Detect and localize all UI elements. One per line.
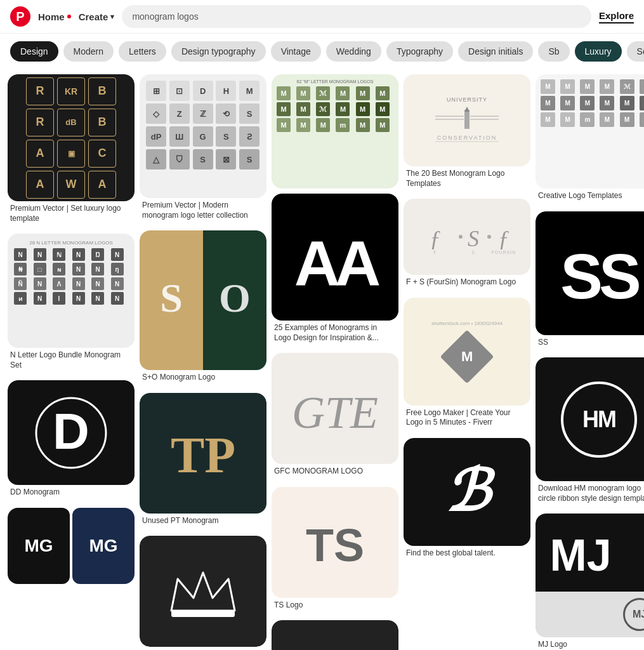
svg-rect-14 [464, 110, 470, 129]
filter-chip-sc[interactable]: Sc [627, 41, 644, 62]
home-label: Home [38, 11, 65, 22]
creative-cell: M [560, 79, 575, 94]
n-variant: ŋ [111, 263, 124, 275]
n-variant: ɴ [53, 263, 65, 275]
pin-creative-logo[interactable]: M M M M ℳ M M M M M M M M M m M M [536, 74, 644, 206]
pin-ss-monogram[interactable]: SS SS [536, 211, 644, 353]
fiverr-source: shutterstock.com • 1830024944 [431, 321, 503, 326]
so-dark-panel: O [203, 230, 266, 370]
pin-pt-monogram[interactable]: TP Unused PT Monogram [140, 393, 266, 531]
creative-cell: m [580, 112, 595, 127]
n-variant: N [91, 292, 104, 305]
pin-fiverr[interactable]: shutterstock.com • 1830024944 M Free Log… [404, 298, 530, 433]
letter-cell: Ш [169, 126, 190, 147]
pin-fs-title: F + S (FourSin) Monogram Logo [404, 275, 530, 293]
search-input[interactable] [122, 5, 591, 28]
home-nav[interactable]: Home [38, 11, 71, 22]
filter-chip-sb[interactable]: Sb [538, 41, 569, 62]
pin-modern-monogram[interactable]: ⊞ ⊡ D H M ◇ Z ℤ ⟲ S dP Ш G S Ƨ △ ⛉ [140, 74, 266, 225]
m-cell: M [336, 102, 350, 116]
pin-fs-monogram[interactable]: ƒ S ƒ F S FOURSIN F + S (FourSin) Monogr… [404, 199, 530, 293]
creative-cell: M [600, 96, 614, 110]
column-5: M M M M ℳ M M M M M M M M M m M M [536, 74, 644, 650]
pin-b-title: Find the best global talent. [404, 546, 530, 564]
pin-so-monogram[interactable]: S O S+O Monogram Logo [140, 230, 266, 388]
letter-cell: G [193, 126, 213, 147]
filter-chip-letters[interactable]: Letters [119, 41, 166, 62]
svg-point-21 [487, 235, 491, 239]
m-cell: M [376, 118, 390, 132]
mj-circle-badge: MJ [623, 598, 644, 631]
letter-cell: S [239, 149, 260, 169]
m-letter-grid: M M ℳ M M M M M ℳ M M M M M M m M [277, 86, 393, 132]
hm-monogram-image: HM [536, 357, 644, 481]
mg-navy-bg: MG [72, 508, 135, 584]
explore-link[interactable]: Explore [599, 10, 634, 23]
fs-monogram-image: ƒ S ƒ F S FOURSIN [404, 199, 530, 275]
pin-dd-monogram[interactable]: D DD Monogram [8, 380, 135, 503]
letter-cell: ⟲ [216, 103, 236, 124]
filter-chip-vintage[interactable]: Vintage [271, 41, 321, 62]
creative-cell: M [600, 112, 614, 127]
mj-letter-svg: MJ [546, 527, 615, 578]
bottom-col3-svg: R [303, 646, 367, 650]
creative-cell: M [640, 112, 644, 127]
luxury-letter-rb: B [88, 77, 116, 105]
create-nav[interactable]: Create ▾ [79, 11, 115, 22]
filter-chip-design-initials[interactable]: Design initials [458, 41, 533, 62]
pin-luxury-logo-set[interactable]: R KR B R dB B A ▣ C A W A Premium Vector… [8, 74, 135, 229]
pin-gfc-monogram[interactable]: GTE GFC MONOGRAM LOGO [272, 353, 398, 482]
svg-text:CONSERVATION: CONSERVATION [437, 135, 497, 141]
pin-hm-title: Download HM monogram logo circle ribbon … [536, 481, 644, 508]
pin-bottom-col3[interactable]: R [272, 620, 398, 650]
filter-chip-modern[interactable]: Modern [63, 41, 114, 62]
university-subtitle: UNIVERSITY [447, 96, 487, 103]
creative-cell: M [620, 96, 634, 110]
pin-n-bundle-title: N Letter Logo Bundle Monogram Set [8, 348, 135, 375]
luxury-letter-sq: ▣ [57, 140, 85, 168]
letter-cell: ⛉ [169, 149, 190, 169]
b-logo-image: ℬ [404, 438, 530, 546]
header: P Home Create ▾ Explore [0, 0, 644, 34]
pin-university-monogram[interactable]: UNIVERSITY CONSERVATION The 20 Best Mono… [404, 74, 530, 194]
pin-mj-logo[interactable]: MJ MJ MJ Logo [536, 514, 644, 650]
pin-m-letter-logos[interactable]: 62 "M" LETTER MONOGRAM LOGOS M M ℳ M M M… [272, 74, 398, 189]
pin-ts-logo[interactable]: TS TS Logo [272, 487, 398, 616]
m-cell: M [376, 102, 390, 116]
pinterest-logo[interactable]: P [10, 6, 30, 27]
svg-text:GTE: GTE [292, 387, 378, 438]
m-cell: M [376, 86, 390, 100]
n-variant: N [34, 292, 46, 305]
creative-cell: M [580, 79, 595, 94]
creative-cell: M [600, 79, 614, 94]
dd-monogram-image: D [8, 380, 135, 485]
pin-fiverr-title: Free Logo Maker | Create Your Logo in 5 … [404, 406, 530, 433]
mg-letter-dark: MG [24, 536, 53, 556]
pin-b-logo[interactable]: ℬ Find the best global talent. [404, 438, 530, 564]
fiverr-logo-shape: M [442, 331, 492, 382]
letter-cell: M [239, 81, 260, 101]
pin-n-letter-bundle[interactable]: 28 N LETTER MONOGRAM LOGOS N N ℕ N Ŋ N ₦… [8, 234, 135, 375]
pin-mg-logo[interactable]: MG MG [8, 508, 135, 584]
gfc-letter-svg: GTE [291, 374, 379, 444]
pin-luxury-title: Premium Vector | Set luxury logo templat… [8, 201, 135, 229]
pin-hm-monogram[interactable]: HM Download HM monogram logo circle ribb… [536, 357, 644, 508]
luxury-letter-a2: A [26, 171, 54, 199]
filter-chip-typography[interactable]: Typography [386, 41, 453, 62]
pin-aa-monogram[interactable]: AA 25 Examples of Monograms in Logo Desi… [272, 194, 398, 348]
letter-cell: △ [146, 149, 166, 169]
n-variant: N [72, 263, 85, 275]
filter-chip-design-typography[interactable]: Design typography [171, 41, 266, 62]
p-icon: P [16, 10, 24, 24]
creative-cell: M [541, 79, 555, 94]
filter-chip-wedding[interactable]: Wedding [326, 41, 381, 62]
m-cell: M [356, 86, 370, 100]
pin-crown[interactable] [140, 536, 266, 647]
pin-university-title: The 20 Best Monogram Logo Templates [404, 166, 530, 194]
pin-modern-title: Premium Vector | Modern monogram logo le… [140, 198, 266, 225]
luxury-letter-a: A [26, 140, 54, 168]
filter-chip-design[interactable]: Design [10, 41, 58, 62]
modern-monogram-image: ⊞ ⊡ D H M ◇ Z ℤ ⟲ S dP Ш G S Ƨ △ ⛉ [140, 74, 266, 198]
filter-chip-luxury[interactable]: Luxury [575, 41, 622, 62]
svg-rect-5 [171, 611, 235, 617]
